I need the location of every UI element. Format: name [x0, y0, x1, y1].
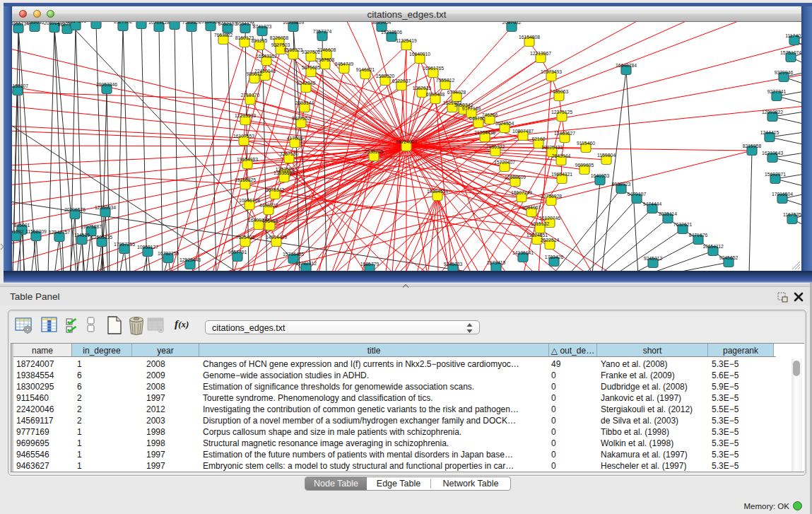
svg-text:7485063: 7485063 — [550, 89, 569, 94]
svg-text:9227341: 9227341 — [767, 89, 787, 94]
svg-text:391592: 391592 — [12, 229, 24, 234]
svg-text:7625402: 7625402 — [236, 235, 255, 240]
svg-text:6479197: 6479197 — [628, 192, 647, 197]
svg-text:8186323: 8186323 — [284, 47, 303, 52]
svg-text:1327602: 1327602 — [114, 22, 133, 24]
svg-text:16543362: 16543362 — [256, 54, 277, 59]
svg-text:7663822: 7663822 — [214, 33, 233, 37]
svg-text:19166825: 19166825 — [235, 177, 256, 182]
svg-text:6990448: 6990448 — [426, 92, 445, 97]
svg-text:12942757: 12942757 — [49, 230, 70, 235]
svg-text:19384554: 19384554 — [427, 189, 448, 194]
svg-text:1973419: 1973419 — [487, 260, 506, 265]
svg-text:2087682: 2087682 — [502, 22, 522, 25]
svg-text:1167535: 1167535 — [783, 212, 801, 217]
svg-text:8462193: 8462193 — [218, 22, 237, 26]
svg-text:1117403: 1117403 — [785, 33, 801, 38]
svg-text:3267130: 3267130 — [280, 151, 299, 156]
svg-text:15751074: 15751074 — [780, 50, 801, 55]
svg-text:21364436: 21364436 — [474, 130, 495, 135]
svg-text:2803144: 2803144 — [295, 100, 314, 105]
svg-text:9245652: 9245652 — [719, 255, 739, 260]
svg-text:19654983: 19654983 — [237, 157, 258, 162]
svg-text:7357274: 7357274 — [313, 29, 332, 34]
svg-text:19654321: 19654321 — [551, 172, 572, 177]
svg-text:8471676: 8471676 — [689, 233, 708, 238]
svg-text:16961765: 16961765 — [423, 66, 444, 71]
svg-text:2522514: 2522514 — [541, 238, 560, 243]
svg-text:8427552: 8427552 — [292, 116, 311, 121]
svg-text:15720407: 15720407 — [494, 160, 515, 165]
svg-text:10973493: 10973493 — [541, 69, 562, 74]
svg-text:9084067: 9084067 — [522, 205, 541, 210]
svg-text:11325419: 11325419 — [396, 38, 417, 43]
svg-text:8215958: 8215958 — [743, 144, 762, 148]
svg-text:746266: 746266 — [482, 112, 498, 117]
svg-text:2935114: 2935114 — [659, 211, 677, 216]
svg-text:8454749: 8454749 — [335, 62, 354, 66]
svg-text:12505135: 12505135 — [91, 235, 112, 240]
svg-text:13535594: 13535594 — [273, 170, 295, 175]
svg-text:10654112: 10654112 — [702, 244, 724, 249]
svg-text:1733426: 1733426 — [545, 255, 564, 259]
svg-text:29053346: 29053346 — [96, 82, 117, 87]
svg-text:62160: 62160 — [532, 136, 546, 141]
svg-text:9777169: 9777169 — [462, 106, 481, 111]
svg-text:2718170: 2718170 — [241, 93, 260, 98]
svg-text:8813054: 8813054 — [372, 22, 392, 25]
svg-text:8938923: 8938923 — [612, 182, 631, 187]
svg-text:2530205: 2530205 — [365, 149, 384, 154]
svg-text:10046708: 10046708 — [239, 198, 260, 203]
svg-text:989612: 989612 — [247, 71, 263, 76]
svg-text:3624554: 3624554 — [495, 121, 514, 126]
svg-text:9146821: 9146821 — [356, 67, 375, 72]
svg-text:9657791: 9657791 — [228, 250, 247, 255]
svg-text:10782312: 10782312 — [295, 261, 317, 266]
svg-text:845001: 845001 — [14, 223, 30, 228]
svg-text:18954201: 18954201 — [65, 22, 86, 23]
svg-text:16210643: 16210643 — [762, 151, 783, 156]
svg-text:8741023: 8741023 — [253, 24, 272, 29]
svg-text:7986322: 7986322 — [486, 144, 505, 149]
svg-text:9245012: 9245012 — [644, 256, 663, 261]
svg-text:6794028: 6794028 — [447, 90, 466, 95]
svg-text:1362615: 1362615 — [413, 86, 432, 90]
svg-text:891295: 891295 — [252, 38, 268, 43]
svg-text:1244415: 1244415 — [760, 130, 779, 135]
svg-text:10756928: 10756928 — [541, 194, 562, 199]
svg-text:2146608: 2146608 — [317, 47, 336, 52]
svg-text:1159804: 1159804 — [597, 153, 616, 158]
svg-text:19975887: 19975887 — [81, 224, 102, 229]
svg-text:12359934: 12359934 — [95, 205, 116, 210]
svg-text:16120746: 16120746 — [539, 216, 560, 221]
svg-text:10688609: 10688609 — [505, 175, 526, 180]
svg-text:13524851: 13524851 — [526, 233, 548, 238]
svg-text:1685779: 1685779 — [360, 262, 379, 267]
svg-text:17016504: 17016504 — [772, 192, 793, 197]
svg-text:114519: 114519 — [74, 233, 90, 238]
svg-text:12093822: 12093822 — [762, 110, 783, 115]
svg-text:16154808: 16154808 — [519, 35, 540, 40]
svg-text:16648784: 16648784 — [616, 63, 637, 68]
svg-text:8678342: 8678342 — [266, 187, 285, 192]
svg-text:16640910: 16640910 — [409, 52, 430, 57]
svg-text:10025433: 10025433 — [541, 145, 563, 150]
svg-text:9184562: 9184562 — [201, 22, 220, 24]
svg-text:10958127: 10958127 — [137, 245, 158, 250]
svg-text:1615132: 1615132 — [531, 221, 550, 226]
svg-text:7632621: 7632621 — [673, 222, 693, 227]
svg-text:7955812: 7955812 — [436, 78, 455, 83]
svg-text:16033809: 16033809 — [283, 22, 304, 25]
svg-text:15692971: 15692971 — [765, 172, 786, 177]
svg-text:6322037: 6322037 — [392, 78, 411, 83]
svg-text:9329946: 9329946 — [775, 70, 794, 75]
svg-text:796489: 796489 — [262, 218, 278, 223]
svg-text:12213303: 12213303 — [235, 113, 256, 118]
svg-text:9034176: 9034176 — [236, 22, 255, 26]
svg-text:9327503: 9327503 — [271, 42, 290, 47]
svg-text:18607249: 18607249 — [511, 190, 532, 195]
svg-text:11568209: 11568209 — [25, 229, 47, 234]
svg-text:14914479: 14914479 — [266, 235, 287, 240]
svg-text:20206576: 20206576 — [64, 207, 86, 212]
svg-text:10807487: 10807487 — [512, 129, 534, 134]
